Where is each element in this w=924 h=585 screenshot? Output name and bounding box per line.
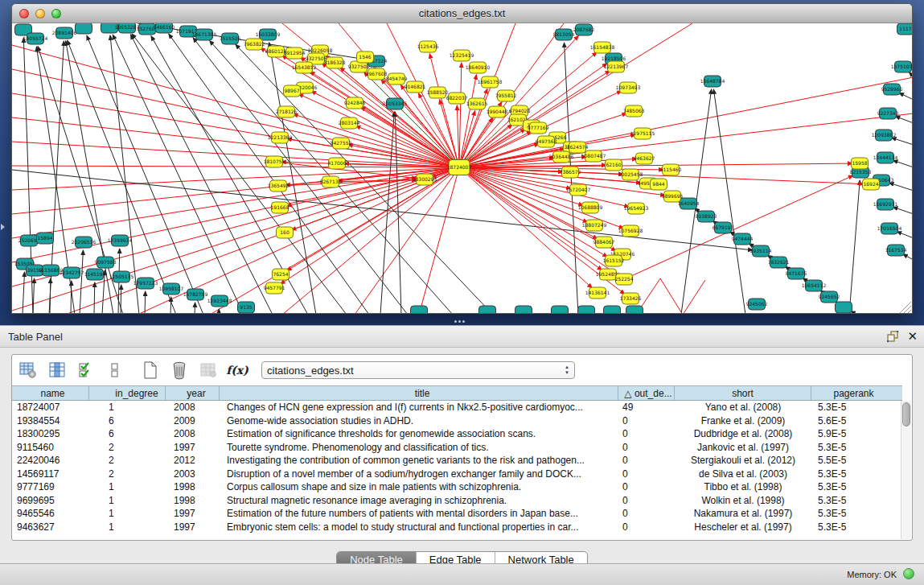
scrollbar-thumb[interactable] [902, 402, 910, 426]
svg-text:9327508: 9327508 [348, 64, 370, 69]
svg-text:9474444: 9474444 [732, 236, 754, 241]
table-cell: 5.5E-5 [811, 454, 889, 468]
svg-text:9899695: 9899695 [662, 193, 684, 199]
table-cell: 0 [618, 507, 675, 521]
table-cell: 0 [618, 521, 675, 534]
select-all-rows-button[interactable] [76, 360, 96, 380]
table-row[interactable]: 977716911998Corpus callosum shape and si… [12, 480, 902, 494]
table-cell: Yano et al. (2008) [675, 401, 811, 414]
svg-text:12444134: 12444134 [873, 154, 898, 160]
svg-text:2718126: 2718126 [276, 109, 298, 114]
svg-text:98967: 98967 [284, 88, 299, 93]
table-cell: Estimation of the future numbers of pati… [220, 507, 618, 521]
graph-node[interactable] [76, 23, 92, 34]
table-cell: Disruption of a novel member of a sodium… [220, 468, 618, 481]
svg-text:8186328: 8186328 [324, 60, 346, 65]
table-cell: 2008 [166, 427, 220, 441]
table-row[interactable]: 1872400712008Changes of HCN gene express… [12, 401, 902, 414]
table-cell: 5.3E-5 [811, 494, 889, 508]
graph-node[interactable] [836, 302, 852, 313]
graph-node[interactable] [515, 306, 532, 313]
svg-text:12505135: 12505135 [109, 274, 134, 279]
table-row[interactable]: 969969511998Structural magnetic resonanc… [12, 494, 902, 508]
table-cell: Changes of HCN gene expression and I(f) … [220, 401, 618, 414]
table-row[interactable]: 1938455462009Genome-wide association stu… [12, 414, 902, 428]
table-cell: 1 [89, 401, 166, 414]
graph-node[interactable] [604, 306, 621, 313]
svg-text:10958107: 10958107 [159, 286, 184, 291]
table-vertical-scrollbar[interactable] [901, 401, 911, 539]
table-cell: 2008 [166, 401, 220, 414]
canvas-resize-grip[interactable] [900, 302, 911, 313]
svg-text:9529966: 9529966 [881, 86, 903, 92]
svg-text:7515526: 7515526 [220, 35, 241, 41]
column-header-in-degree[interactable]: in_degree [89, 386, 166, 400]
table-cell: 0 [618, 494, 675, 508]
svg-text:14055724: 14055724 [23, 35, 48, 41]
svg-text:12213967: 12213967 [604, 64, 629, 69]
graph-node[interactable] [411, 306, 428, 313]
float-panel-icon[interactable] [886, 330, 899, 343]
show-columns-button[interactable] [47, 360, 67, 380]
svg-text:1615152: 1615152 [603, 257, 625, 263]
table-row[interactable]: 911546021997Tourette syndrome. Phenomeno… [12, 441, 902, 455]
column-header-out-degree[interactable]: △ out_de... [618, 386, 675, 400]
svg-text:6497568: 6497568 [536, 138, 557, 144]
select-spinner-icon: ▲▼ [565, 365, 569, 376]
graph-node[interactable] [479, 306, 496, 313]
table-container: f(x) citations_edges.txt ▲▼ name in_degr… [11, 354, 913, 541]
svg-text:12213369: 12213369 [268, 134, 293, 140]
memory-status-indicator[interactable] [903, 568, 914, 579]
sort-ascending-icon: △ [624, 388, 631, 399]
column-header-short[interactable]: short [675, 386, 811, 400]
svg-text:1810755: 1810755 [264, 159, 285, 164]
graph-node[interactable] [578, 306, 595, 313]
table-row[interactable]: 1456911722003Disruption of a novel membe… [12, 468, 902, 481]
graph-node[interactable] [552, 306, 569, 313]
svg-text:9146821: 9146821 [405, 84, 426, 89]
svg-text:1365493: 1365493 [268, 183, 290, 188]
svg-text:2967608: 2967608 [366, 71, 388, 76]
table-cell: 0 [618, 427, 675, 441]
delete-table-button-disabled [199, 360, 218, 380]
function-builder-button[interactable]: f(x) [228, 360, 247, 380]
table-row[interactable]: 2242004622012Investigating the contribut… [12, 454, 902, 468]
column-header-year[interactable]: year [166, 386, 220, 400]
table-cell: 1997 [166, 507, 220, 521]
svg-text:191668: 191668 [271, 204, 290, 210]
svg-text:15958: 15958 [852, 160, 867, 166]
table-panel-body: f(x) citations_edges.txt ▲▼ name in_degr… [0, 348, 924, 563]
table-cell: 2012 [166, 454, 220, 468]
close-panel-icon[interactable]: ✕ [907, 330, 918, 343]
table-row[interactable]: 1830029562008Estimation of significance … [12, 427, 902, 441]
table-row[interactable]: 946554611997Estimation of the future num… [12, 507, 902, 521]
table-cell: 9115460 [12, 441, 89, 455]
svg-text:12325419: 12325419 [450, 52, 474, 58]
panel-splitter-handle[interactable] [454, 320, 469, 324]
delete-column-button[interactable] [170, 360, 189, 380]
deselect-all-rows-button[interactable] [105, 360, 125, 380]
column-header-title[interactable]: title [220, 386, 618, 400]
svg-text:9245062: 9245062 [746, 301, 768, 307]
graph-node[interactable] [626, 306, 643, 313]
svg-text:7832621: 7832621 [768, 259, 790, 265]
svg-text:19218506: 19218506 [602, 56, 626, 61]
create-column-button[interactable] [141, 360, 160, 380]
svg-text:10654112: 10654112 [802, 282, 827, 288]
table-source-select[interactable]: citations_edges.txt ▲▼ [261, 361, 575, 379]
table-cell: 18724007 [12, 401, 89, 414]
table-cell: 1 [89, 494, 166, 508]
table-mode-button[interactable] [18, 360, 38, 380]
svg-text:16154838: 16154838 [590, 44, 615, 50]
column-header-pagerank[interactable]: pagerank [811, 386, 889, 400]
table-cell: 1997 [166, 521, 220, 534]
network-view-window: citations_edges.txt 14055724208914061065… [11, 3, 913, 314]
svg-text:2935114: 2935114 [750, 248, 772, 253]
window-title: citations_edges.txt [12, 7, 912, 19]
network-canvas[interactable]: 1405572420891406106532871527602646616010… [12, 23, 912, 313]
network-window-titlebar[interactable]: citations_edges.txt [12, 4, 912, 23]
table-cell: 19384554 [12, 414, 89, 428]
hidden-panel-toggle-icon[interactable] [1, 224, 5, 230]
table-row[interactable]: 946362711997Embryonic stem cells: a mode… [12, 521, 902, 534]
column-header-name[interactable]: name [12, 386, 89, 400]
